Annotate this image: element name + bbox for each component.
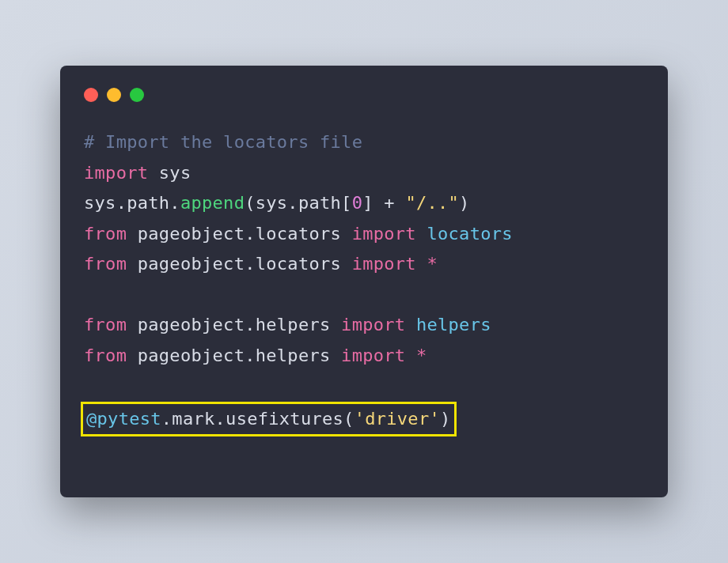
window-controls [84, 88, 644, 102]
code-line-7: from pageobject.helpers import * [84, 341, 644, 372]
code-line-1: # Import the locators file [84, 127, 644, 158]
highlighted-decorator: @pytest.mark.usefixtures('driver') [81, 402, 457, 437]
empty-line [84, 280, 644, 311]
import-helpers: helpers [416, 315, 491, 334]
code-window: # Import the locators file import sys sy… [60, 66, 668, 497]
code-content: # Import the locators file import sys sy… [84, 127, 644, 436]
import-wildcard: * [416, 346, 427, 365]
module-sys: sys [159, 163, 191, 183]
keyword-import: import [84, 163, 148, 183]
number-zero: 0 [352, 193, 363, 213]
code-line-6: from pageobject.helpers import helpers [84, 310, 644, 341]
code-line-8: @pytest.mark.usefixtures('driver') [84, 402, 644, 437]
string-driver: 'driver' [355, 409, 440, 429]
code-line-5: from pageobject.locators import * [84, 249, 644, 280]
code-line-4: from pageobject.locators import locators [84, 219, 644, 250]
function-append: append [180, 193, 245, 213]
import-locators: locators [427, 224, 512, 244]
code-line-2: import sys [84, 158, 644, 189]
empty-line [84, 371, 644, 402]
code-line-3: sys.path.append(sys.path[0] + "/..") [84, 188, 644, 219]
decorator-pytest: @pytest [86, 409, 161, 429]
import-wildcard: * [427, 254, 438, 274]
close-icon [84, 88, 98, 102]
minimize-icon [107, 88, 121, 102]
maximize-icon [130, 88, 144, 102]
string-path: "/.." [405, 193, 459, 213]
comment-text: # Import the locators file [84, 132, 362, 152]
